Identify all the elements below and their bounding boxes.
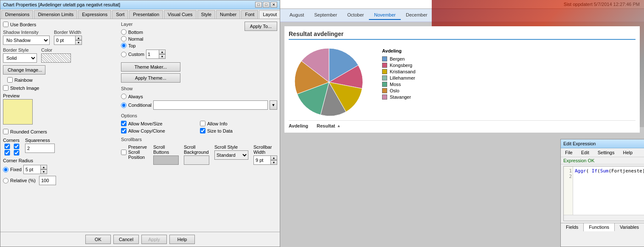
ok-button[interactable]: OK (85, 235, 111, 244)
scrollbar-width-up[interactable]: ▲ (270, 155, 277, 160)
color-picker[interactable] (41, 53, 71, 63)
scroll-background-group: Scroll Background (184, 144, 209, 165)
allow-copy-clone-checkbox[interactable] (121, 128, 127, 133)
tab-november[interactable]: November (369, 11, 401, 20)
close-button[interactable]: ✕ (270, 2, 277, 8)
fixed-value-group: ▲ ▼ (23, 165, 47, 174)
scroll-background-swatch[interactable] (184, 155, 209, 165)
scroll-buttons-swatch[interactable] (153, 155, 179, 165)
rainbow-checkbox[interactable] (7, 77, 13, 83)
layer-custom-radio[interactable] (121, 52, 127, 57)
expr-menu-help[interactable]: Help (621, 149, 634, 156)
corner-tr[interactable] (12, 144, 21, 149)
tab-dimensions[interactable]: Dimensions (1, 10, 33, 19)
size-to-data-checkbox[interactable] (200, 128, 205, 133)
cancel-button[interactable]: Cancel (113, 235, 139, 244)
stretch-image-checkbox[interactable] (3, 85, 8, 91)
border-width-input[interactable] (54, 36, 75, 45)
allow-info-checkbox[interactable] (200, 121, 205, 126)
show-always-radio[interactable] (121, 94, 127, 99)
show-conditional-label: Conditional (128, 103, 152, 108)
expr-hscrollbar[interactable] (564, 215, 644, 221)
minimize-button[interactable]: □ (255, 2, 262, 8)
scrollbar-right: Scroll Buttons Scroll Background Scroll … (153, 144, 277, 165)
squareness-input[interactable] (25, 144, 55, 153)
squareness-label: Squareness (25, 138, 55, 143)
expr-bottom-tabs: Fields Functions Variables Images (561, 223, 644, 231)
conditional-expr-input[interactable]: Aggr( If(Sum(Fortjeneste)<0, Avde (153, 100, 268, 110)
scrollbar-width-spinners: ▲ ▼ (270, 155, 277, 165)
shadow-select[interactable]: No Shadow (3, 36, 50, 45)
layer-section: Layer Bottom Normal (121, 22, 166, 59)
layer-top-radio[interactable] (121, 43, 127, 48)
corner-tl[interactable] (3, 144, 11, 149)
tab-number[interactable]: Number (216, 10, 240, 19)
allow-copy-clone-row: Allow Copy/Clone (121, 128, 198, 133)
scrollbar-width-down[interactable]: ▼ (270, 160, 277, 165)
custom-down[interactable]: ▼ (159, 54, 166, 59)
border-width-down[interactable]: ▼ (75, 40, 82, 45)
corner-bl[interactable] (3, 150, 11, 155)
show-conditional-radio[interactable] (121, 103, 127, 108)
tab-font[interactable]: Font (241, 10, 258, 19)
scroll-style-select[interactable]: Standard (214, 150, 248, 160)
layer-normal-row: Normal (121, 36, 166, 42)
scrollbar-width-input[interactable] (253, 155, 270, 165)
expr-browse-button[interactable]: ▼ (270, 100, 277, 110)
tab-expressions[interactable]: Expressions (78, 10, 111, 19)
expr-menu-settings[interactable]: Settings (596, 149, 616, 156)
legend-kongsberg: Kongsberg (382, 63, 416, 68)
chart-legend: Avdeling Bergen Kongsberg (382, 44, 416, 100)
tabs-row: Dimensions Dimension Limits Expressions … (0, 9, 280, 19)
layer-top-label: Top (128, 43, 136, 48)
border-style-group: Border Style Solid (3, 47, 37, 63)
fixed-down[interactable]: ▼ (40, 169, 47, 174)
expr-tab-fields[interactable]: Fields (561, 223, 584, 231)
restore-button[interactable]: □ (263, 2, 270, 8)
tab-october[interactable]: October (342, 11, 369, 20)
corner-br[interactable] (12, 150, 21, 155)
rounded-corners-checkbox[interactable] (3, 129, 8, 134)
tab-visual-cues[interactable]: Visual Cues (164, 10, 197, 19)
change-image-button[interactable]: Change Image... (3, 65, 45, 75)
fixed-up[interactable]: ▲ (40, 165, 47, 169)
bergen-label: Bergen (390, 56, 405, 61)
relative-radio[interactable] (3, 178, 8, 183)
tab-presentation[interactable]: Presentation (129, 10, 163, 19)
tab-layout[interactable]: Layout (259, 10, 280, 19)
custom-value-input[interactable] (146, 50, 159, 59)
border-style-select[interactable]: Solid (3, 53, 37, 63)
code-line-1: Aggr( If(Sum(Fortjeneste)<0, Avdeling), … (575, 168, 644, 174)
tab-december[interactable]: December (401, 11, 433, 20)
size-to-data-label: Size to Data (207, 128, 233, 133)
relative-value-input[interactable] (39, 176, 56, 185)
preserve-scroll-checkbox[interactable] (121, 150, 127, 155)
apply-button[interactable]: Apply (141, 235, 167, 244)
expr-editor-inner: 1 2 Aggr( If(Sum(Fortjeneste)<0, Avdelin… (564, 167, 644, 215)
theme-maker-button[interactable]: Theme Maker... (121, 62, 180, 72)
expr-menu-edit[interactable]: Edit (579, 149, 591, 156)
expr-menu-file[interactable]: File (563, 149, 574, 156)
layer-custom-label: Custom (128, 52, 144, 57)
expr-tab-variables[interactable]: Variables (615, 223, 644, 231)
expr-tab-functions[interactable]: Functions (584, 223, 615, 231)
tab-dimension-limits[interactable]: Dimension Limits (34, 10, 77, 19)
apply-to-button[interactable]: Apply To... (245, 22, 277, 31)
expr-code-area[interactable]: Aggr( If(Sum(Fortjeneste)<0, Avdeling), … (573, 167, 644, 215)
tab-style[interactable]: Style (197, 10, 215, 19)
border-width-up[interactable]: ▲ (75, 36, 82, 40)
apply-theme-button[interactable]: Apply Theme... (121, 73, 180, 83)
allow-move-size-checkbox[interactable] (121, 121, 127, 126)
layer-normal-radio[interactable] (121, 36, 127, 42)
layer-bottom-row: Bottom (121, 29, 166, 35)
layer-bottom-radio[interactable] (121, 29, 127, 35)
custom-up[interactable]: ▲ (159, 50, 166, 54)
use-borders-checkbox[interactable] (3, 22, 8, 27)
tab-september[interactable]: September (309, 11, 342, 20)
fixed-value-input[interactable] (23, 165, 40, 174)
tab-august[interactable]: August (284, 11, 309, 20)
help-button[interactable]: Help (169, 235, 195, 244)
custom-spinners: ▲ ▼ (159, 50, 166, 59)
fixed-radio[interactable] (3, 167, 8, 172)
tab-sort[interactable]: Sort (112, 10, 128, 19)
